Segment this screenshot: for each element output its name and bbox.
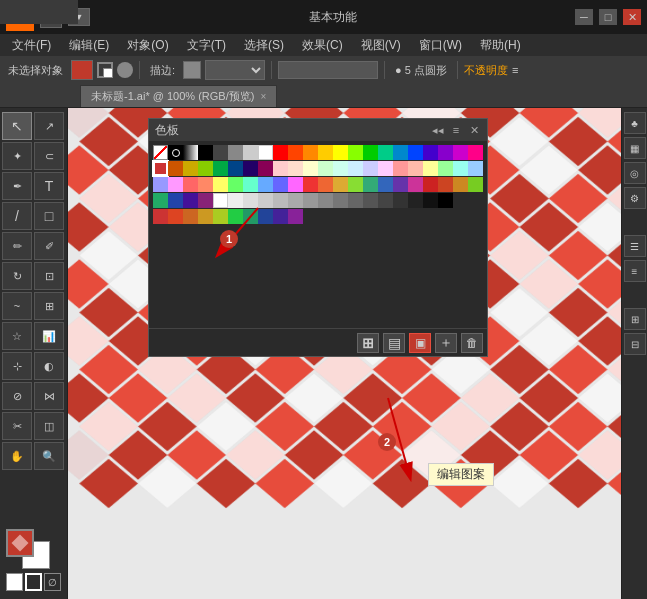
swatch-r2-9[interactable]: [288, 161, 303, 176]
magic-wand-tool[interactable]: ✦: [2, 142, 32, 170]
swatch-e-2[interactable]: [183, 209, 198, 224]
direct-selection-tool[interactable]: ↗: [34, 112, 64, 140]
swatch-purple[interactable]: [423, 145, 438, 160]
swatch-yellow-green[interactable]: [348, 145, 363, 160]
swatch-rg-6[interactable]: [243, 193, 258, 208]
pencil-tool[interactable]: ✐: [34, 232, 64, 260]
panel-btn-7[interactable]: ⊞: [624, 308, 646, 330]
swatch-r2-7[interactable]: [258, 161, 273, 176]
mesh-tool[interactable]: ⊹: [2, 352, 32, 380]
stroke-indicator[interactable]: [97, 62, 113, 78]
swatch-green-teal[interactable]: [378, 145, 393, 160]
panel-btn-8[interactable]: ⊟: [624, 333, 646, 355]
swatch-r2-3[interactable]: [198, 161, 213, 176]
line-tool[interactable]: /: [2, 202, 32, 230]
menu-edit[interactable]: 编辑(E): [61, 35, 117, 56]
rotate-tool[interactable]: ↻: [2, 262, 32, 290]
panel-btn-1[interactable]: ♣: [624, 112, 646, 134]
lasso-tool[interactable]: ⊂: [34, 142, 64, 170]
tool-indicator[interactable]: [117, 62, 133, 78]
fill-swatch[interactable]: [71, 60, 93, 80]
style-input[interactable]: [278, 61, 378, 79]
paintbrush-tool[interactable]: ✏: [2, 232, 32, 260]
panel-btn-2[interactable]: ▦: [624, 137, 646, 159]
panel-collapse-icon[interactable]: ◂◂: [431, 123, 445, 137]
swatch-r2-5[interactable]: [228, 161, 243, 176]
color-swap-area[interactable]: [6, 529, 50, 569]
swatch-rg-14[interactable]: [363, 193, 378, 208]
swatch-r2-11[interactable]: [318, 161, 333, 176]
swatch-rg-17[interactable]: [408, 193, 423, 208]
swatch-r3-0[interactable]: [153, 177, 168, 192]
swatch-r3-5[interactable]: [228, 177, 243, 192]
swatch-rg-15[interactable]: [378, 193, 393, 208]
scissors-tool[interactable]: ✂: [2, 412, 32, 440]
pen-tool[interactable]: ✒: [2, 172, 32, 200]
opacity-label[interactable]: 不透明度: [464, 63, 508, 78]
swatch-rg-3[interactable]: [198, 193, 213, 208]
swatch-r3-3[interactable]: [198, 177, 213, 192]
stroke-mode-btn[interactable]: [25, 573, 42, 591]
new-color-group-btn[interactable]: ▣: [409, 333, 431, 353]
swatch-orange[interactable]: [303, 145, 318, 160]
swatch-r2-15[interactable]: [378, 161, 393, 176]
swatch-red[interactable]: [273, 145, 288, 160]
swatch-white[interactable]: [258, 145, 273, 160]
swatch-gray[interactable]: [228, 145, 243, 160]
more-icon[interactable]: ≡: [512, 64, 518, 76]
swatch-e-0[interactable]: [153, 209, 168, 224]
eraser-tool[interactable]: ◫: [34, 412, 64, 440]
swatch-rg-11[interactable]: [318, 193, 333, 208]
swatch-rg-9[interactable]: [288, 193, 303, 208]
swatch-r2-18[interactable]: [423, 161, 438, 176]
swatch-r3-1[interactable]: [168, 177, 183, 192]
menu-select[interactable]: 选择(S): [236, 35, 292, 56]
swatch-e-8[interactable]: [273, 209, 288, 224]
new-swatch-btn[interactable]: ＋: [435, 333, 457, 353]
swatch-e-5[interactable]: [228, 209, 243, 224]
menu-view[interactable]: 视图(V): [353, 35, 409, 56]
swatch-registration[interactable]: [168, 145, 183, 160]
swatch-r3-11[interactable]: [318, 177, 333, 192]
rect-tool[interactable]: □: [34, 202, 64, 230]
swatch-r3-2[interactable]: [183, 177, 198, 192]
swatch-e-9[interactable]: [288, 209, 303, 224]
minimize-button[interactable]: ─: [575, 9, 593, 25]
menu-help[interactable]: 帮助(H): [472, 35, 529, 56]
swatch-r3-7[interactable]: [258, 177, 273, 192]
blend-tool[interactable]: ⋈: [34, 382, 64, 410]
swatch-r2-12[interactable]: [333, 161, 348, 176]
swatch-r2-14[interactable]: [363, 161, 378, 176]
swatch-r3-8[interactable]: [273, 177, 288, 192]
swatch-rg-4[interactable]: [213, 193, 228, 208]
menu-object[interactable]: 对象(O): [119, 35, 176, 56]
free-transform-tool[interactable]: ⊞: [34, 292, 64, 320]
scale-tool[interactable]: ⊡: [34, 262, 64, 290]
canvas-area[interactable]: 色板 ◂◂ ≡ ✕: [68, 108, 621, 599]
swatch-rg-13[interactable]: [348, 193, 363, 208]
swatch-r3-12[interactable]: [333, 177, 348, 192]
swatch-rg-16[interactable]: [393, 193, 408, 208]
swatch-blue[interactable]: [393, 145, 408, 160]
swatch-r3-15[interactable]: [378, 177, 393, 192]
column-graph-tool[interactable]: 📊: [34, 322, 64, 350]
panel-menu-icon[interactable]: ≡: [449, 123, 463, 137]
swatch-rg-19[interactable]: [438, 193, 453, 208]
tab-close-btn[interactable]: ×: [260, 91, 266, 102]
swatch-black[interactable]: [198, 145, 213, 160]
swatch-r2-8[interactable]: [273, 161, 288, 176]
swatch-r3-17[interactable]: [408, 177, 423, 192]
swatch-r2-13[interactable]: [348, 161, 363, 176]
swatch-rg-5[interactable]: [228, 193, 243, 208]
swatches-panel-header[interactable]: 色板 ◂◂ ≡ ✕: [149, 119, 487, 141]
swatch-e-1[interactable]: [168, 209, 183, 224]
swatch-dark-gray[interactable]: [213, 145, 228, 160]
add-library-btn[interactable]: ⊞: [357, 333, 379, 353]
menu-effect[interactable]: 效果(C): [294, 35, 351, 56]
swatch-r2-16[interactable]: [393, 161, 408, 176]
swatch-r3-16[interactable]: [393, 177, 408, 192]
panel-close-icon[interactable]: ✕: [467, 123, 481, 137]
swatch-rg-0[interactable]: [153, 193, 168, 208]
zoom-tool[interactable]: 🔍: [34, 442, 64, 470]
swatch-selected-red[interactable]: [153, 161, 168, 176]
